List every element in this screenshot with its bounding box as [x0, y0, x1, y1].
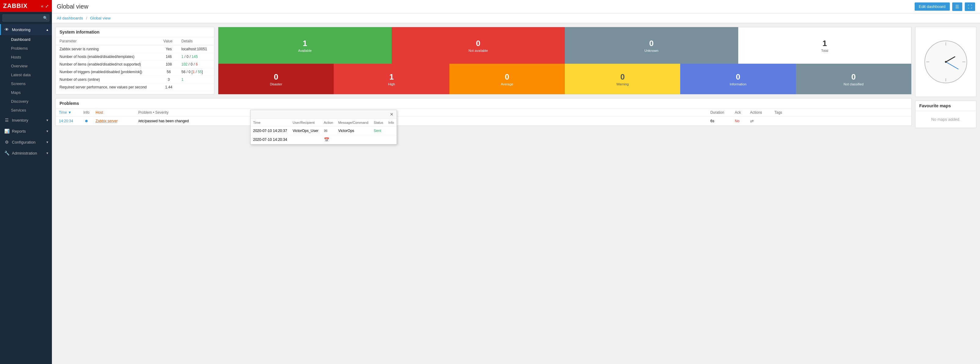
problem-host[interactable]: Zabbix server	[92, 117, 135, 126]
right-panel: Favourite maps No maps added.	[915, 27, 976, 360]
row-value: 3	[160, 76, 178, 84]
clock-face	[924, 41, 967, 83]
reports-label: Reports	[12, 129, 26, 133]
popup-col-info: Info	[386, 119, 396, 127]
row-value: 56	[160, 68, 178, 76]
actions-icon[interactable]: ⇄	[750, 119, 754, 123]
configuration-arrow: ▼	[46, 141, 49, 144]
prob-warning: 0 Warning	[565, 64, 680, 94]
problems-widget: Problems Time ▼ Info Host Problem • Seve…	[56, 98, 912, 126]
popup-row-action: 📅	[321, 135, 336, 144]
fullscreen-toggle-button[interactable]: ⛶	[965, 2, 975, 11]
sidebar-logo: ZABBIX « ⤢	[0, 0, 52, 12]
administration-section: 🔧 Administration ▼	[0, 147, 52, 158]
clock-center	[945, 61, 947, 63]
problems-title: Problems	[56, 98, 911, 109]
menu-button[interactable]: ☰	[952, 2, 962, 11]
sidebar-item-screens[interactable]: Screens	[0, 79, 52, 88]
avail-unknown-label: Unknown	[644, 49, 659, 52]
inventory-icon: ☰	[4, 118, 10, 123]
sidebar-item-inventory[interactable]: ☰ Inventory ▼	[0, 115, 52, 126]
fullscreen-button[interactable]: ⤢	[45, 4, 49, 8]
row-details: localhost:10051	[178, 46, 214, 53]
sidebar-controls: « ⤢	[41, 4, 49, 8]
sidebar-item-discovery[interactable]: Discovery	[0, 97, 52, 106]
problem-ack[interactable]: No	[732, 117, 747, 126]
row-details: 1	[178, 76, 214, 84]
col-time: Time ▼	[56, 109, 80, 117]
hour-hand	[945, 56, 955, 62]
breadcrumb-all-dashboards[interactable]: All dashboards	[57, 16, 83, 21]
problem-time[interactable]: 14:20:34	[56, 117, 80, 126]
problem-info	[80, 117, 92, 126]
sidebar-item-overview[interactable]: Overview	[0, 62, 52, 70]
prob-information: 0 Information	[680, 64, 795, 94]
table-row: Number of users (online) 3 1	[56, 76, 214, 84]
sidebar-item-administration[interactable]: 🔧 Administration ▼	[0, 147, 52, 158]
sidebar-item-maps[interactable]: Maps	[0, 88, 52, 97]
popup-col-status: Status	[371, 119, 386, 127]
row-details	[178, 84, 214, 91]
popup-col-user: User/Recipient	[290, 119, 321, 127]
popup-row-status	[371, 135, 386, 144]
sidebar-search-container: 🔍	[0, 12, 52, 24]
sidebar-item-configuration[interactable]: ⚙ Configuration ▼	[0, 136, 52, 147]
administration-label: Administration	[12, 151, 37, 155]
popup-col-time: Time	[251, 119, 290, 127]
problem-description: /etc/passwd has been changed	[135, 117, 707, 126]
edit-dashboard-button[interactable]: Edit dashboard	[915, 2, 950, 11]
sidebar-item-problems[interactable]: Problems	[0, 44, 52, 53]
table-row: Number of hosts (enabled/disabled/templa…	[56, 53, 214, 61]
popup-close-button[interactable]: ✕	[390, 112, 393, 117]
popup-row-info	[386, 135, 396, 144]
prob-high-count: 1	[389, 72, 393, 82]
col-problem: Problem • Severity	[135, 109, 707, 117]
sidebar-item-monitoring[interactable]: 👁 Monitoring ▲	[0, 24, 52, 35]
popup-row-info	[386, 127, 396, 135]
prob-disaster: 0 Disaster	[218, 64, 334, 94]
system-info-widget: System information Parameter Value Detai…	[56, 27, 214, 95]
row-param: Zabbix server is running	[56, 46, 160, 53]
prob-high: 1 High	[334, 64, 449, 94]
actions-popup: ✕ Time User/Recipient Action Message/Com…	[250, 110, 397, 144]
main-content: Global view Edit dashboard ☰ ⛶ All dashb…	[52, 0, 980, 364]
system-info-title: System information	[56, 27, 214, 37]
hosts-availability-widget: 1 Available 0 Not available 0 Unknown	[218, 27, 912, 95]
monitoring-arrow: ▲	[46, 28, 49, 32]
inventory-label: Inventory	[12, 118, 28, 123]
sidebar-item-services[interactable]: Services	[0, 106, 52, 115]
clock-widget	[915, 27, 976, 97]
monitoring-icon: 👁	[4, 27, 10, 32]
top-bar-actions: Edit dashboard ☰ ⛶	[915, 2, 975, 11]
popup-table: Time User/Recipient Action Message/Comma…	[251, 119, 396, 144]
row-value: 146	[160, 53, 178, 61]
row-param: Number of triggers (enabled/disabled [pr…	[56, 68, 160, 76]
problems-table: Time ▼ Info Host Problem • Severity Dura…	[56, 109, 911, 126]
col-info: Info	[80, 109, 92, 117]
col-ack: Ack	[732, 109, 747, 117]
avail-unknown-count: 0	[649, 39, 654, 48]
sidebar-item-hosts[interactable]: Hosts	[0, 53, 52, 62]
table-row: Number of items (enabled/disabled/not su…	[56, 61, 214, 68]
breadcrumb: All dashboards / Global view	[52, 13, 980, 23]
administration-arrow: ▼	[46, 152, 49, 155]
search-input[interactable]	[2, 14, 49, 22]
search-icon: 🔍	[43, 16, 48, 20]
minute-hand	[946, 62, 959, 70]
row-value: Yes	[160, 46, 178, 53]
popup-col-message: Message/Command	[336, 119, 371, 127]
inventory-section: ☰ Inventory ▼	[0, 115, 52, 126]
popup-row-action: ✉	[321, 127, 336, 135]
sidebar-item-reports[interactable]: 📊 Reports ▼	[0, 126, 52, 136]
popup-row-status: Sent	[371, 127, 386, 135]
col-actions: Actions	[747, 109, 772, 117]
sidebar-item-latest-data[interactable]: Latest data	[0, 70, 52, 79]
row-param: Number of hosts (enabled/disabled/templa…	[56, 53, 160, 61]
row-details: 102 / 0 / 6	[178, 61, 214, 68]
avail-total: 1 Total	[738, 27, 912, 64]
sidebar-item-dashboard[interactable]: Dashboard	[0, 35, 52, 44]
popup-row: 2020-07-10 14:20:34 📅	[251, 135, 396, 144]
collapse-sidebar-button[interactable]: «	[41, 4, 43, 8]
inventory-arrow: ▼	[46, 119, 49, 122]
sidebar: ZABBIX « ⤢ 🔍 👁 Monitoring ▲ Dashboard Pr…	[0, 0, 52, 364]
